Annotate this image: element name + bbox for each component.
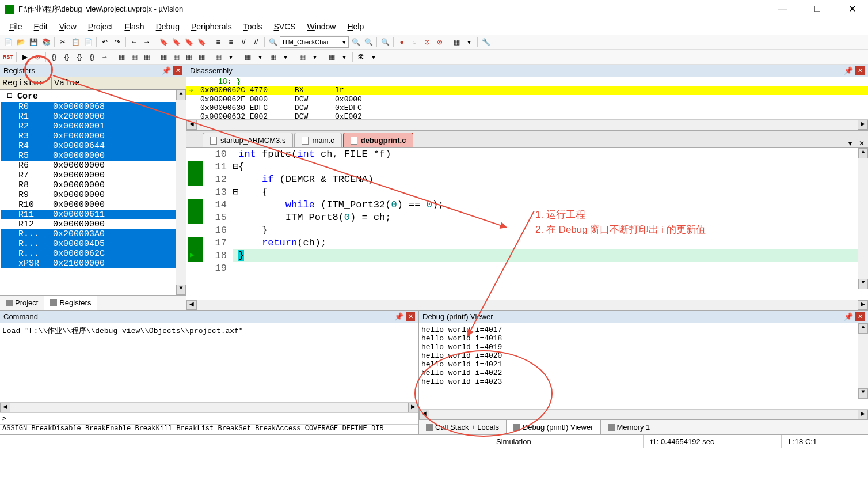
indent-icon[interactable]: ≡: [212, 36, 224, 48]
trace-icon[interactable]: ▦: [267, 51, 279, 63]
watch-icon[interactable]: ▦: [183, 51, 195, 63]
save-icon[interactable]: 💾: [28, 36, 39, 48]
register-row[interactable]: R70x00000000: [1, 171, 186, 180]
toolbox-dd-icon[interactable]: ▾: [338, 51, 350, 63]
pin-icon[interactable]: 📌: [844, 312, 853, 321]
comment-icon[interactable]: //: [238, 36, 249, 48]
scroll-left-icon[interactable]: ◀: [0, 403, 10, 412]
editor-tab[interactable]: main.c: [294, 133, 341, 147]
callstack-icon[interactable]: ▦: [170, 51, 182, 63]
scroll-up-icon[interactable]: ▲: [858, 323, 868, 334]
breakpoint-icon[interactable]: ●: [396, 36, 408, 48]
pin-icon[interactable]: 📌: [844, 66, 853, 75]
menu-file[interactable]: File: [5, 21, 27, 32]
window-icon[interactable]: ▦: [451, 36, 462, 48]
tab-debug-viewer[interactable]: Debug (printf) Viewer: [507, 420, 601, 434]
register-row[interactable]: R20x00000001: [1, 122, 186, 131]
disasm-line[interactable]: ➔0x0000062C 4770 BX lr: [186, 86, 868, 95]
serial-icon[interactable]: ▦: [212, 51, 224, 63]
memory-icon[interactable]: ▦: [196, 51, 207, 63]
uncomment-icon[interactable]: //: [250, 36, 262, 48]
system-dd-icon[interactable]: ▾: [309, 51, 321, 63]
register-row[interactable]: R90x00000000: [1, 190, 186, 200]
tab-close-icon[interactable]: ✕: [855, 139, 868, 147]
breakpoint-kill-icon[interactable]: ⊘: [421, 36, 433, 48]
tab-project[interactable]: Project: [0, 296, 44, 310]
close-pane-icon[interactable]: ✕: [855, 312, 865, 321]
register-row[interactable]: R00x00000068: [1, 102, 186, 112]
scroll-right-icon[interactable]: ▶: [858, 120, 868, 130]
breakpoint-disable-icon[interactable]: ○: [409, 36, 420, 48]
step-icon[interactable]: {}: [48, 51, 60, 63]
code-line[interactable]: [233, 262, 868, 275]
window-dropdown-icon[interactable]: ▾: [463, 36, 475, 48]
scroll-right-icon[interactable]: ▶: [408, 403, 418, 412]
paste-icon[interactable]: 📄: [82, 36, 94, 48]
bookmark-prev-icon[interactable]: 🔖: [170, 36, 182, 48]
outdent-icon[interactable]: ≡: [225, 36, 237, 48]
menu-tools[interactable]: Tools: [239, 21, 267, 32]
scroll-down-icon[interactable]: ▼: [176, 285, 186, 295]
close-pane-icon[interactable]: ✕: [173, 66, 182, 75]
disasm-window-icon[interactable]: ▦: [128, 51, 140, 63]
scroll-left-icon[interactable]: ◀: [186, 300, 197, 310]
menu-project[interactable]: Project: [83, 21, 118, 32]
cut-icon[interactable]: ✂: [57, 36, 68, 48]
disasm-hscroll[interactable]: ◀ ▶: [186, 119, 868, 130]
serial-dd-icon[interactable]: ▾: [225, 51, 237, 63]
code-line[interactable]: ITM_Port8(0) = ch;: [233, 211, 868, 224]
registers-body[interactable]: ⊟ Core R00x00000068R10x20000000R20x00000…: [0, 90, 186, 295]
menu-peripherals[interactable]: Peripherals: [186, 21, 237, 32]
code-line[interactable]: ⊟ {: [233, 186, 868, 199]
command-input[interactable]: >: [0, 412, 418, 424]
config-icon[interactable]: 🔧: [480, 36, 492, 48]
debug-viewer-body[interactable]: hello world i=4017hello world i=4018hell…: [419, 323, 868, 409]
menu-svcs[interactable]: SVCS: [269, 21, 300, 32]
undo-icon[interactable]: ↶: [99, 36, 111, 48]
registers-scrollbar[interactable]: ▲ ▼: [176, 90, 186, 295]
register-row[interactable]: R50x00000000: [1, 151, 186, 161]
editor-hscroll[interactable]: ◀ ▶: [186, 300, 868, 310]
close-pane-icon[interactable]: ✕: [406, 312, 415, 321]
register-row[interactable]: R80x00000000: [1, 180, 186, 190]
symbols-icon[interactable]: ▦: [141, 51, 153, 63]
disasm-line[interactable]: 0x00000630 EDFC DCW 0xEDFC: [186, 104, 868, 112]
redo-icon[interactable]: ↷: [112, 36, 123, 48]
code-line[interactable]: return(ch);: [233, 237, 868, 249]
scroll-right-icon[interactable]: ▶: [858, 300, 868, 310]
code-line[interactable]: int fputc(int ch, FILE *f): [233, 148, 868, 161]
command-hscroll[interactable]: ◀ ▶: [0, 402, 418, 412]
find-files-icon[interactable]: 🔍: [363, 36, 374, 48]
bookmark-next-icon[interactable]: 🔖: [183, 36, 195, 48]
disasm-line[interactable]: 18: }: [186, 77, 868, 86]
scroll-up-icon[interactable]: ▲: [176, 90, 186, 100]
close-pane-icon[interactable]: ✕: [855, 66, 865, 75]
register-row[interactable]: R30xE0000000: [1, 131, 186, 141]
debug-icon[interactable]: 🔍: [379, 36, 391, 48]
disasm-line[interactable]: 0x00000632 E002 DCW 0xE002: [186, 112, 868, 119]
register-row[interactable]: R120x00000000: [1, 219, 186, 229]
register-row[interactable]: R...0x0000062C: [1, 249, 186, 259]
step-out-icon[interactable]: {}: [74, 51, 85, 63]
run-icon[interactable]: ▶: [19, 51, 31, 63]
tab-memory[interactable]: Memory 1: [601, 420, 658, 434]
scroll-down-icon[interactable]: ▼: [858, 279, 868, 289]
scroll-down-icon[interactable]: ▼: [858, 388, 868, 399]
register-row[interactable]: R60x00000000: [1, 161, 186, 171]
saveall-icon[interactable]: 📚: [40, 36, 52, 48]
command-output[interactable]: Load "F:\\作业\\程序\\debug_view\\Objects\\p…: [0, 323, 418, 402]
menu-edit[interactable]: Edit: [29, 21, 52, 32]
register-row[interactable]: R10x20000000: [1, 112, 186, 122]
new-icon[interactable]: 📄: [2, 36, 14, 48]
stop-icon[interactable]: ⊗: [32, 51, 43, 63]
forward-icon[interactable]: →: [141, 36, 153, 48]
code-line[interactable]: while (ITM_Port32(0) == 0);: [233, 199, 868, 211]
find-icon[interactable]: 🔍: [267, 36, 279, 48]
menu-flash[interactable]: Flash: [120, 21, 149, 32]
close-button[interactable]: ✕: [840, 3, 863, 14]
copy-icon[interactable]: 📋: [70, 36, 81, 48]
pin-icon[interactable]: 📌: [162, 66, 171, 75]
tree-root[interactable]: ⊟ Core: [1, 90, 186, 102]
maximize-button[interactable]: □: [806, 3, 829, 14]
code-line[interactable]: if (DEMCR & TRCENA): [233, 173, 868, 186]
